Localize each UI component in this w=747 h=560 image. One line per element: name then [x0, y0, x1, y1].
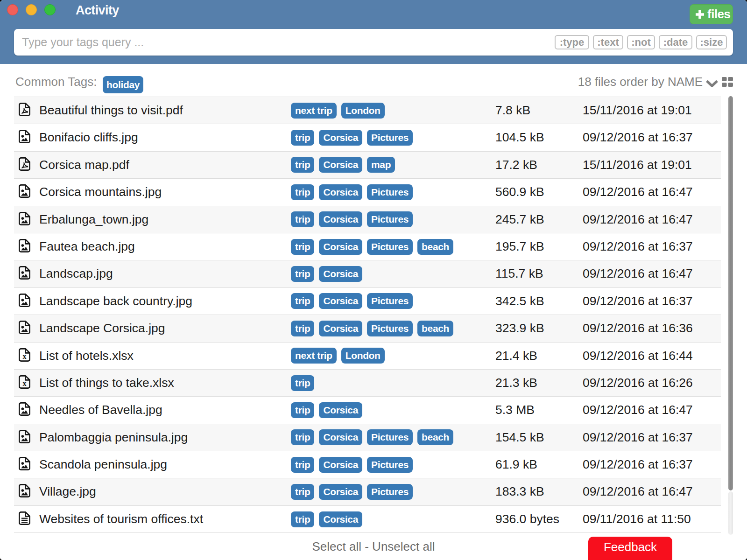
svg-text:x: x — [22, 352, 26, 360]
svg-text:x: x — [22, 379, 26, 387]
